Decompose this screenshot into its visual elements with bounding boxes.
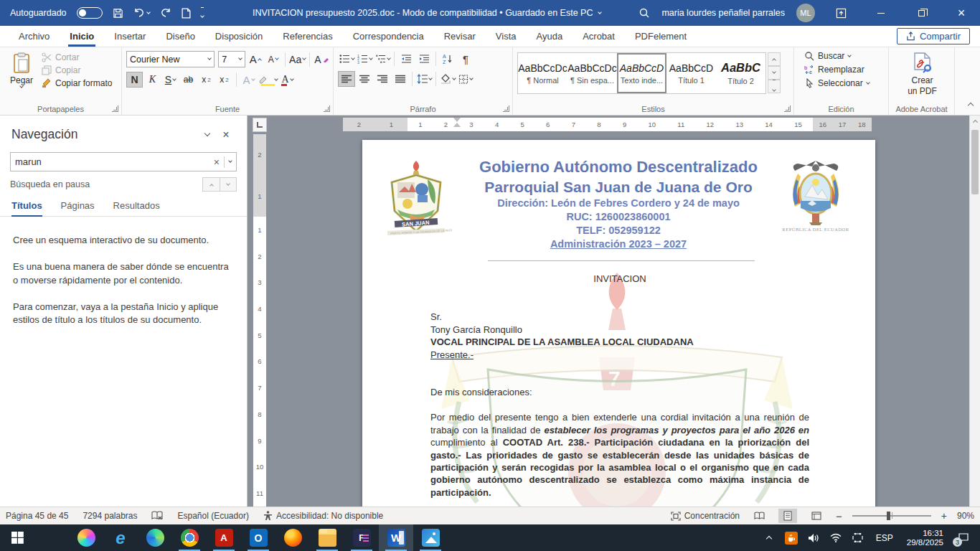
autosave-toggle[interactable]	[77, 7, 103, 19]
touch-mouse-mode-icon[interactable]	[182, 8, 191, 19]
zoom-out-icon[interactable]: −	[836, 510, 842, 522]
zoom-in-icon[interactable]: +	[941, 510, 947, 522]
page-indicator[interactable]: Página 45 de 45	[6, 511, 68, 521]
styles-more-button[interactable]	[768, 80, 781, 93]
tab-insertar[interactable]: Insertar	[104, 26, 156, 47]
tab-referencias[interactable]: Referencias	[273, 26, 342, 47]
shading-button[interactable]	[439, 71, 456, 87]
tab-revisar[interactable]: Revisar	[434, 26, 486, 47]
document-title[interactable]: INVITACION presupuesto 2025.doc - Modo d…	[215, 8, 639, 18]
outlook-icon[interactable]: O	[241, 524, 275, 551]
highlight-color-button[interactable]	[258, 72, 278, 88]
style-sin-espaciado[interactable]: AaBbCcDc¶ Sin espa...	[567, 53, 617, 93]
shrink-font-button[interactable]: A	[265, 52, 281, 67]
show-paragraph-marks-button[interactable]: ¶	[457, 51, 474, 67]
scrollbar-thumb[interactable]	[971, 130, 979, 194]
redo-icon[interactable]	[160, 8, 171, 18]
print-layout-icon[interactable]	[778, 509, 797, 523]
vertical-scrollbar[interactable]	[969, 116, 980, 507]
undo-icon[interactable]	[133, 8, 150, 18]
navigation-close-icon[interactable]: ×	[217, 128, 235, 141]
cut-button[interactable]: Cortar	[42, 52, 112, 62]
copilot-icon[interactable]	[69, 524, 103, 551]
justify-button[interactable]	[392, 71, 409, 87]
format-painter-button[interactable]: Copiar formato	[42, 78, 112, 88]
underline-button[interactable]: S	[162, 72, 179, 88]
paragraph-dialog-launcher[interactable]	[503, 105, 509, 112]
internet-explorer-icon[interactable]: e	[103, 524, 138, 551]
tab-ayuda[interactable]: Ayuda	[526, 26, 573, 47]
word-count[interactable]: 7294 palabras	[83, 511, 137, 521]
taskbar-search-icon[interactable]	[34, 524, 69, 551]
copy-button[interactable]: Copiar	[42, 65, 112, 75]
vertical-ruler[interactable]: 21 1234567891011	[253, 134, 266, 507]
screen-snip-icon[interactable]	[849, 524, 867, 551]
scroll-up-icon[interactable]	[970, 116, 980, 127]
tab-correspondencia[interactable]: Correspondencia	[343, 26, 434, 47]
fes-app-icon[interactable]: F	[344, 524, 379, 551]
find-button[interactable]: Buscar	[804, 51, 885, 61]
style-titulo-1[interactable]: AaBbCcDTítulo 1	[666, 53, 716, 93]
navigation-options-chevron-icon[interactable]	[198, 133, 217, 136]
nav-tab-titulos[interactable]: Títulos	[11, 200, 42, 216]
search-options-chevron-icon[interactable]	[228, 159, 232, 163]
decrease-indent-button[interactable]	[397, 51, 415, 67]
superscript-button[interactable]: x2	[216, 72, 232, 88]
focus-mode-button[interactable]: Concentración	[671, 511, 740, 521]
document-page[interactable]: 7	[362, 140, 875, 507]
close-button[interactable]: ×	[947, 0, 976, 26]
tray-expand-chevron-icon[interactable]	[760, 524, 778, 551]
grow-font-button[interactable]: A	[247, 52, 263, 67]
share-button[interactable]: Compartir	[897, 28, 970, 44]
style-texto-independiente[interactable]: AaBbCcDTexto inde...	[617, 53, 666, 93]
document-body[interactable]: INVITACION Sr. Tony García Ronquillo VOC…	[430, 273, 809, 507]
tab-diseno[interactable]: Diseño	[156, 26, 204, 47]
zoom-slider[interactable]	[852, 515, 931, 517]
tab-archivo[interactable]: Archivo	[9, 26, 60, 47]
file-explorer-icon[interactable]	[310, 524, 344, 551]
collapse-ribbon-icon[interactable]	[969, 98, 973, 110]
previous-result-button[interactable]	[202, 177, 220, 192]
create-pdf-button[interactable]: Crear un PDF	[893, 52, 951, 97]
acrobat-icon[interactable]: A	[207, 524, 241, 551]
accessibility-status[interactable]: Accesibilidad: No disponible	[263, 511, 383, 521]
nav-tab-resultados[interactable]: Resultados	[113, 200, 160, 216]
web-layout-icon[interactable]	[807, 509, 826, 523]
clipboard-dialog-launcher[interactable]	[112, 105, 118, 112]
horizontal-ruler[interactable]: 21 123456789101112131415 161718	[343, 118, 872, 131]
volume-icon[interactable]	[805, 524, 822, 551]
minimize-button[interactable]	[867, 0, 895, 26]
indent-markers[interactable]	[453, 118, 461, 131]
italic-button[interactable]: K	[144, 72, 161, 88]
sort-button[interactable]: AZ	[439, 51, 456, 67]
styles-scroll-up-button[interactable]	[768, 52, 781, 66]
clock[interactable]: 16:31 29/8/2025	[903, 529, 948, 547]
font-color-button[interactable]: A	[279, 72, 296, 88]
font-size-select[interactable]: 7	[218, 51, 245, 67]
styles-scroll-down-button[interactable]	[768, 66, 781, 80]
styles-dialog-launcher[interactable]	[784, 105, 791, 112]
borders-button[interactable]	[457, 71, 474, 87]
strikethrough-button[interactable]: ab	[180, 72, 197, 88]
align-right-button[interactable]	[374, 71, 391, 87]
language-switcher[interactable]: ESP	[872, 533, 897, 543]
tab-acrobat[interactable]: Acrobat	[573, 26, 625, 47]
change-case-button[interactable]: Aa	[289, 52, 306, 67]
nav-tab-paginas[interactable]: Páginas	[61, 200, 95, 216]
avatar[interactable]: ML	[796, 4, 815, 22]
tab-stop-selector[interactable]	[253, 118, 267, 132]
clear-search-icon[interactable]: ×	[214, 156, 220, 168]
read-mode-icon[interactable]	[750, 509, 768, 523]
bullets-button[interactable]	[338, 51, 355, 67]
font-dialog-launcher[interactable]	[324, 105, 330, 112]
start-button[interactable]	[0, 524, 34, 551]
notification-center-icon[interactable]: 3	[953, 524, 974, 551]
edge-icon[interactable]	[138, 524, 172, 551]
zoom-slider-thumb[interactable]	[887, 512, 890, 520]
photos-icon[interactable]	[413, 524, 448, 551]
font-family-select[interactable]: Courier New	[126, 51, 215, 67]
tab-disposicion[interactable]: Disposición	[205, 26, 273, 47]
bold-button[interactable]: N	[126, 72, 143, 88]
wifi-icon[interactable]	[827, 524, 844, 551]
java-update-icon[interactable]	[783, 524, 800, 551]
